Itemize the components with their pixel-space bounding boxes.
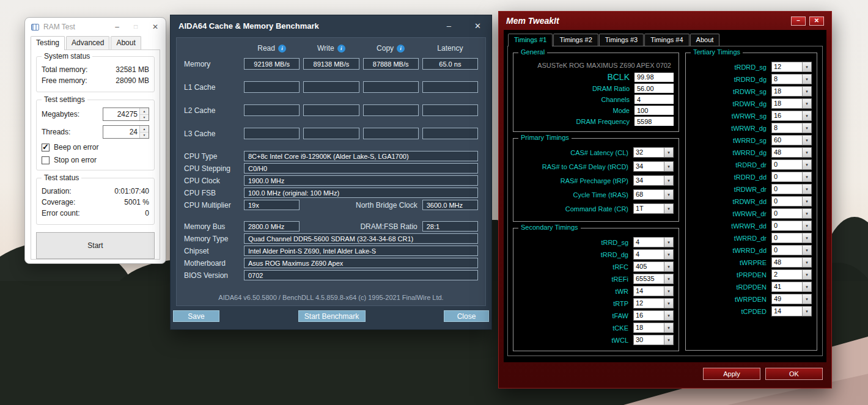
timing-select[interactable]: 14 ▼ (633, 286, 674, 296)
beep-on-error-checkbox[interactable]: Beep on error (42, 143, 149, 151)
timing-value[interactable]: 48 (772, 258, 802, 267)
dropdown-arrow-icon[interactable]: ▼ (802, 111, 811, 120)
timing-select[interactable]: 41 ▼ (771, 282, 812, 292)
memtweakit-titlebar[interactable]: Mem TweakIt – ✕ (504, 12, 826, 30)
threads-value[interactable]: 24 (103, 126, 139, 138)
timing-select[interactable]: 48 ▼ (771, 147, 812, 158)
dropdown-arrow-icon[interactable]: ▼ (802, 258, 811, 267)
timing-value[interactable]: 41 (772, 282, 802, 291)
save-button[interactable]: Save (173, 310, 219, 322)
timing-value[interactable]: 8 (772, 75, 802, 84)
dropdown-arrow-icon[interactable]: ▼ (664, 286, 673, 296)
dropdown-arrow-icon[interactable]: ▼ (664, 148, 673, 157)
memtweakit-tab[interactable]: Timings #2 (553, 34, 598, 46)
dropdown-arrow-icon[interactable]: ▼ (802, 233, 811, 243)
timing-select[interactable]: 60 ▼ (771, 135, 812, 145)
timing-select[interactable]: 14 ▼ (771, 306, 812, 316)
timing-value[interactable]: 18 (772, 99, 802, 108)
dropdown-arrow-icon[interactable]: ▼ (664, 299, 673, 308)
spin-down-icon[interactable]: ▼ (140, 133, 149, 139)
timing-select[interactable]: 34 ▼ (633, 161, 674, 172)
ramtest-tab[interactable]: About (111, 36, 141, 49)
timing-value[interactable]: 1T (634, 204, 664, 213)
megabytes-value[interactable]: 24275 (103, 108, 139, 120)
dropdown-arrow-icon[interactable]: ▼ (802, 184, 811, 194)
stop-on-error-checkbox[interactable]: Stop on error (42, 156, 149, 164)
timing-select[interactable]: 16 ▼ (771, 111, 812, 121)
timing-value[interactable]: 4 (634, 250, 664, 259)
timing-value[interactable]: 32 (634, 148, 664, 157)
apply-button[interactable]: Apply (703, 368, 760, 380)
timing-value[interactable]: 0 (772, 197, 802, 206)
timing-value[interactable]: 16 (772, 111, 802, 120)
timing-select[interactable]: 18 ▼ (771, 98, 812, 109)
close-button[interactable]: Close (444, 310, 489, 322)
timing-select[interactable]: 16 ▼ (633, 310, 674, 321)
timing-value[interactable]: 34 (634, 176, 664, 185)
timing-value[interactable]: 0 (772, 184, 802, 194)
timing-value[interactable]: 12 (772, 62, 802, 71)
dropdown-arrow-icon[interactable]: ▼ (802, 197, 811, 206)
maximize-icon[interactable]: □ (134, 24, 138, 30)
timing-select[interactable]: 18 ▼ (633, 323, 674, 333)
dropdown-arrow-icon[interactable]: ▼ (802, 307, 811, 316)
timing-select[interactable]: 49 ▼ (771, 294, 812, 304)
dropdown-arrow-icon[interactable]: ▼ (802, 148, 811, 157)
dropdown-arrow-icon[interactable]: ▼ (664, 274, 673, 283)
dropdown-arrow-icon[interactable]: ▼ (802, 270, 811, 279)
timing-value[interactable]: 34 (634, 162, 664, 171)
timing-select[interactable]: 0 ▼ (771, 196, 812, 206)
close-icon[interactable]: ✕ (152, 23, 158, 31)
timing-select[interactable]: 12 ▼ (771, 62, 812, 72)
spin-up-icon[interactable]: ▲ (140, 108, 149, 115)
megabytes-stepper[interactable]: 24275 ▲ ▼ (103, 108, 149, 121)
timing-value[interactable]: 0 (772, 172, 802, 181)
dropdown-arrow-icon[interactable]: ▼ (664, 335, 673, 345)
memtweakit-tab[interactable]: Timings #3 (599, 34, 644, 46)
dropdown-arrow-icon[interactable]: ▼ (802, 75, 811, 84)
checkbox-box[interactable] (42, 156, 50, 164)
minimize-icon[interactable]: – (447, 22, 451, 30)
dropdown-arrow-icon[interactable]: ▼ (802, 282, 811, 291)
timing-value[interactable]: 0 (772, 209, 802, 218)
dropdown-arrow-icon[interactable]: ▼ (802, 123, 811, 133)
close-icon[interactable]: ✕ (474, 22, 481, 30)
dropdown-arrow-icon[interactable]: ▼ (664, 238, 673, 247)
timing-select[interactable]: 0 ▼ (771, 245, 812, 255)
dropdown-arrow-icon[interactable]: ▼ (802, 160, 811, 169)
dropdown-arrow-icon[interactable]: ▼ (802, 136, 811, 145)
timing-select[interactable]: 0 ▼ (771, 172, 812, 182)
timing-select[interactable]: 8 ▼ (771, 74, 812, 84)
spin-down-icon[interactable]: ▼ (140, 115, 149, 121)
minimize-icon[interactable]: – (115, 23, 119, 31)
dropdown-arrow-icon[interactable]: ▼ (802, 172, 811, 181)
ramtest-tab[interactable]: Testing (31, 36, 65, 50)
timing-select[interactable]: 0 ▼ (771, 233, 812, 243)
dropdown-arrow-icon[interactable]: ▼ (664, 204, 673, 213)
timing-value[interactable]: 8 (772, 123, 802, 133)
timing-select[interactable]: 68 ▼ (633, 189, 674, 200)
memtweakit-tab[interactable]: Timings #1 (508, 34, 553, 46)
timing-value[interactable]: 49 (772, 294, 802, 304)
timing-select[interactable]: 12 ▼ (633, 298, 674, 308)
dropdown-arrow-icon[interactable]: ▼ (664, 190, 673, 199)
dropdown-arrow-icon[interactable]: ▼ (802, 209, 811, 218)
dropdown-arrow-icon[interactable]: ▼ (802, 246, 811, 255)
start-benchmark-button[interactable]: Start Benchmark (298, 310, 366, 322)
dropdown-arrow-icon[interactable]: ▼ (664, 311, 673, 320)
spin-up-icon[interactable]: ▲ (140, 126, 149, 133)
timing-select[interactable]: 4 ▼ (633, 237, 674, 247)
timing-select[interactable]: 65535 ▼ (633, 274, 674, 284)
timing-select[interactable]: 1T ▼ (633, 203, 674, 214)
timing-select[interactable]: 0 ▼ (771, 184, 812, 194)
ramtest-titlebar[interactable]: RAM Test – □ ✕ (25, 18, 166, 36)
timing-select[interactable]: 0 ▼ (771, 208, 812, 219)
timing-value[interactable]: 2 (772, 270, 802, 279)
timing-value[interactable]: 4 (634, 238, 664, 247)
info-icon[interactable]: i (278, 45, 286, 53)
timing-value[interactable]: 60 (772, 136, 802, 145)
ramtest-tab[interactable]: Advanced (66, 36, 109, 49)
threads-stepper[interactable]: 24 ▲ ▼ (103, 125, 149, 139)
timing-value[interactable]: 18 (634, 323, 664, 332)
ok-button[interactable]: OK (765, 368, 823, 380)
